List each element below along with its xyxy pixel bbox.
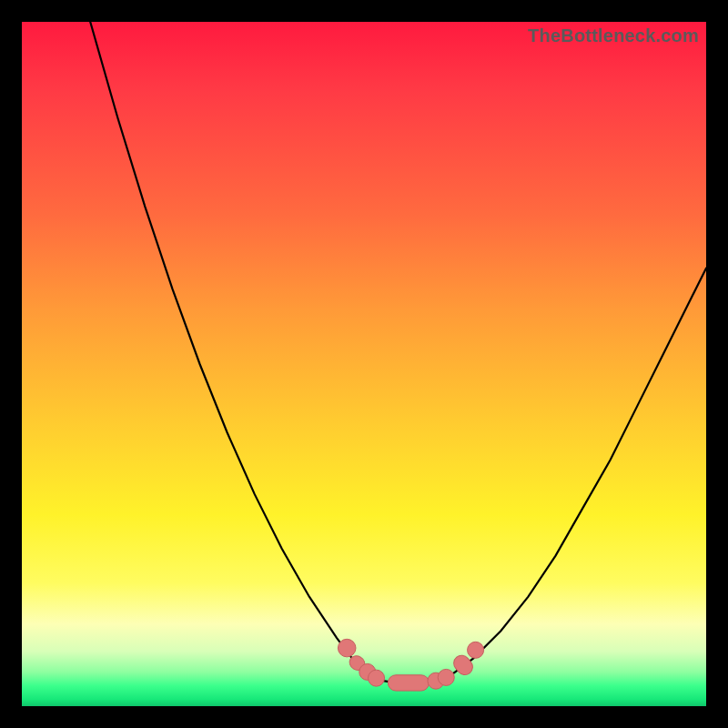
curve-marker-dot	[468, 642, 484, 658]
curve-left-branch	[90, 22, 370, 679]
plot-area: TheBottleneck.com	[22, 22, 706, 706]
curve-marker-dot	[369, 670, 385, 686]
chart-frame: TheBottleneck.com	[0, 0, 728, 728]
curve-right-branch	[446, 268, 706, 679]
curve-marker-dot	[438, 669, 454, 685]
bottleneck-curve	[22, 22, 706, 706]
curve-markers	[338, 639, 483, 691]
curve-marker-dot	[338, 639, 356, 657]
curve-marker-capsule	[388, 675, 429, 691]
